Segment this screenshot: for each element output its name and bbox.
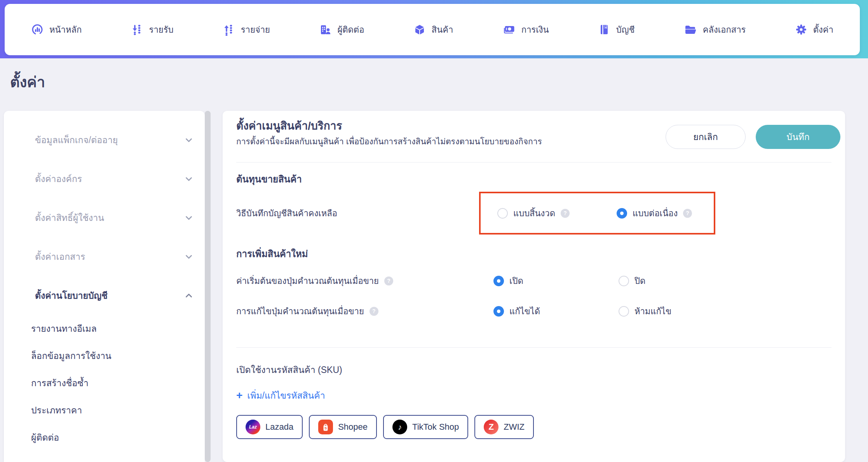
radio-option-label: แบบสิ้นงวด xyxy=(513,206,555,220)
panel-title: ตั้งค่าเมนูสินค้า/บริการ xyxy=(236,117,342,134)
nav-item-expense[interactable]: รายจ่าย xyxy=(223,23,270,37)
marketplace-buttons-row: Laz Lazada S Shopee ♪ TikTok Shop Z ZWIZ xyxy=(236,415,534,439)
nav-label-documents: คลังเอกสาร xyxy=(703,23,746,37)
radio-option-label: ห้ามแก้ไข xyxy=(634,304,671,318)
radio-unchecked-icon[interactable] xyxy=(619,306,629,317)
zwiz-button[interactable]: Z ZWIZ xyxy=(474,415,534,439)
sidebar-item-label: ตั้งค่าเอกสาร xyxy=(35,250,85,264)
panel-subtitle: การตั้งค่านี้จะมีผลกับเมนูสินค้า เพื่อป้… xyxy=(236,135,542,148)
nav-label-settings: ตั้งค่า xyxy=(813,23,833,37)
sidebar-subitem-duplicate-names[interactable]: การสร้างชื่อซ้ำ xyxy=(4,377,205,389)
sidebar-item-label: ตั้งค่าสิทธิ์ผู้ใช้งาน xyxy=(35,211,104,225)
radio-option-on[interactable]: เปิด xyxy=(493,275,523,287)
radio-checked-icon[interactable] xyxy=(493,276,504,286)
chevron-down-icon xyxy=(184,213,194,225)
radio-checked-icon[interactable] xyxy=(617,208,627,219)
radio-unchecked-icon[interactable] xyxy=(619,276,629,286)
nav-item-settings[interactable]: ตั้งค่า xyxy=(795,23,833,37)
radio-option-off[interactable]: ปิด xyxy=(619,275,645,287)
radio-option-periodic[interactable]: แบบสิ้นงวด xyxy=(497,207,570,219)
add-edit-sku-link[interactable]: + เพิ่ม/แก้ไขรหัสสินค้า xyxy=(236,388,325,402)
sidebar-item-organization-settings[interactable]: ตั้งค่าองค์กร xyxy=(4,172,205,186)
radio-unchecked-icon[interactable] xyxy=(497,208,508,219)
tiktok-logo: ♪ xyxy=(392,420,407,434)
sidebar-item-label: ตั้งค่านโยบายบัญชี xyxy=(35,289,108,303)
page-title: ตั้งค่า xyxy=(10,70,45,94)
sidebar-scrollbar[interactable] xyxy=(205,111,211,462)
settings-sidebar: ข้อมูลแพ็กเกจ/ต่ออายุ ตั้งค่าองค์กร ตั้ง… xyxy=(4,111,205,462)
shopee-button[interactable]: S Shopee xyxy=(309,415,377,439)
radio-option-label: เปิด xyxy=(509,274,523,288)
cost-calc-edit-label: การแก้ไขปุ่มคำนวณต้นทุนเมื่อขาย xyxy=(236,305,378,317)
sidebar-subitem-usage-lock[interactable]: ล็อกข้อมูลการใช้งาน xyxy=(4,350,205,362)
documents-icon xyxy=(684,23,697,36)
finance-icon xyxy=(502,23,516,36)
radio-option-label: ปิด xyxy=(634,274,645,288)
lazada-logo: Laz xyxy=(246,420,260,434)
product-service-settings-panel: ตั้งค่าเมนูสินค้า/บริการ การตั้งค่านี้จะ… xyxy=(223,111,845,462)
sidebar-item-package-renewal[interactable]: ข้อมูลแพ็กเกจ/ต่ออายุ xyxy=(4,133,205,147)
settings-icon xyxy=(795,23,807,36)
sidebar-subitem-label: ผู้ติดต่อ xyxy=(31,430,59,444)
radio-option-not-editable[interactable]: ห้ามแก้ไข xyxy=(619,305,671,317)
nav-label-expense: รายจ่าย xyxy=(241,23,270,37)
accounting-icon xyxy=(598,23,610,36)
chevron-down-icon xyxy=(184,135,194,147)
lazada-logo-text: Laz xyxy=(249,424,257,430)
sidebar-subitem-label: ประเภทราคา xyxy=(31,403,82,417)
expense-icon xyxy=(223,23,235,36)
nav-item-home[interactable]: หน้าหลัก xyxy=(31,23,82,37)
sidebar-subitem-label: ล็อกข้อมูลการใช้งาน xyxy=(31,349,112,363)
nav-label-finance: การเงิน xyxy=(521,23,549,37)
svg-text:S: S xyxy=(324,426,327,430)
marketplace-label: Lazada xyxy=(265,422,293,432)
cost-calc-default-label: ค่าเริ่มต้นของปุ่มคำนวณต้นทุนเมื่อขาย xyxy=(236,275,393,287)
products-icon xyxy=(413,23,426,36)
nav-item-accounting[interactable]: บัญชี xyxy=(598,23,635,37)
help-icon[interactable] xyxy=(370,307,378,316)
sidebar-item-label: ตั้งค่าองค์กร xyxy=(35,172,82,186)
save-button[interactable]: บันทึก xyxy=(756,125,840,149)
sidebar-subitem-contacts[interactable]: ผู้ติดต่อ xyxy=(4,431,205,444)
dashboard-icon xyxy=(31,23,44,36)
sidebar-item-user-permissions[interactable]: ตั้งค่าสิทธิ์ผู้ใช้งาน xyxy=(4,211,205,224)
sidebar-subitem-label: รายงานทางอีเมล xyxy=(31,322,97,336)
nav-item-products[interactable]: สินค้า xyxy=(413,23,453,37)
sidebar-subitem-price-types[interactable]: ประเภทราคา xyxy=(4,404,205,416)
help-icon[interactable] xyxy=(384,276,393,285)
tiktok-shop-button[interactable]: ♪ TikTok Shop xyxy=(383,415,468,439)
cost-section-title: ต้นทุนขายสินค้า xyxy=(236,172,302,187)
marketplace-label: TikTok Shop xyxy=(412,422,459,432)
radio-checked-icon[interactable] xyxy=(493,306,504,317)
help-icon[interactable] xyxy=(561,209,570,218)
radio-option-perpetual[interactable]: แบบต่อเนื่อง xyxy=(617,207,692,219)
zwiz-logo: Z xyxy=(484,420,498,434)
nav-label-accounting: บัญชี xyxy=(616,23,635,37)
nav-label-home: หน้าหลัก xyxy=(49,23,82,37)
sidebar-item-document-settings[interactable]: ตั้งค่าเอกสาร xyxy=(4,250,205,263)
sidebar-item-accounting-policy[interactable]: ตั้งค่านโยบายบัญชี xyxy=(4,289,205,302)
help-icon[interactable] xyxy=(683,209,692,218)
nav-item-income[interactable]: รายรับ xyxy=(131,23,174,37)
sku-section-title: เปิดใช้งานรหัสสินค้า (SKU) xyxy=(236,363,342,377)
nav-item-finance[interactable]: การเงิน xyxy=(502,23,549,37)
nav-item-documents[interactable]: คลังเอกสาร xyxy=(684,23,746,37)
cancel-button[interactable]: ยกเลิก xyxy=(666,125,746,149)
divider xyxy=(236,162,831,163)
row-label-text: การแก้ไขปุ่มคำนวณต้นทุนเมื่อขาย xyxy=(236,304,364,318)
nav-label-products: สินค้า xyxy=(432,23,453,37)
nav-item-contacts[interactable]: ผู้ติดต่อ xyxy=(319,23,364,37)
income-icon xyxy=(131,23,143,36)
nav-label-income: รายรับ xyxy=(149,23,174,37)
sidebar-subitem-label: การสร้างชื่อซ้ำ xyxy=(31,376,89,390)
add-edit-sku-label: เพิ่ม/แก้ไขรหัสสินค้า xyxy=(247,388,325,402)
radio-option-editable[interactable]: แก้ไขได้ xyxy=(493,305,540,317)
top-navigation-bar: หน้าหลัก รายรับ xyxy=(5,4,860,55)
sidebar-subitem-email-reports[interactable]: รายงานทางอีเมล xyxy=(4,322,205,335)
chevron-up-icon xyxy=(184,290,194,303)
shopee-logo: S xyxy=(318,420,333,434)
contacts-icon xyxy=(319,23,331,36)
marketplace-label: ZWIZ xyxy=(504,422,525,432)
lazada-button[interactable]: Laz Lazada xyxy=(236,415,303,439)
zwiz-logo-text: Z xyxy=(489,422,494,432)
